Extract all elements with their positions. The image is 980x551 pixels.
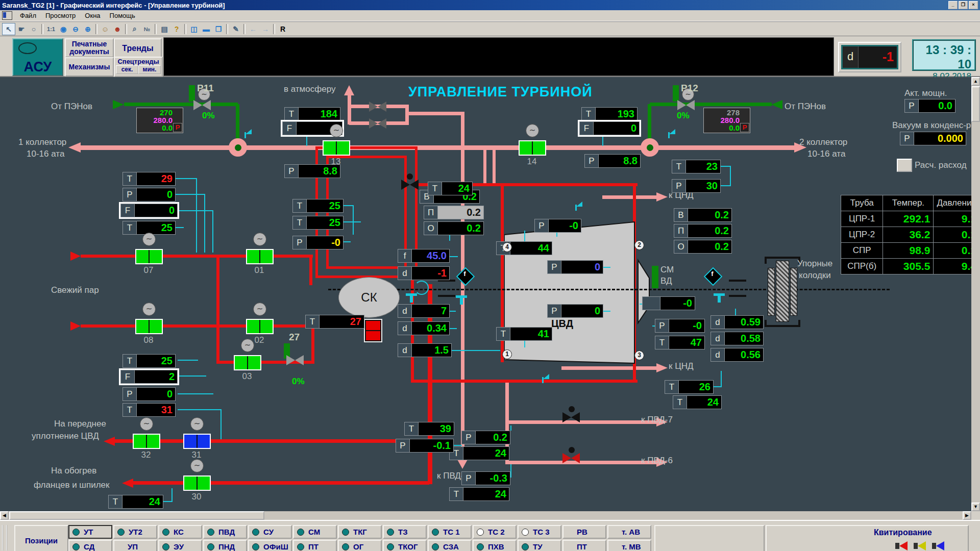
vertical-scrollbar[interactable]: ▲ ▼	[971, 77, 980, 511]
maximize-button[interactable]: ❐	[959, 1, 968, 9]
user-remove-icon[interactable]: ☻	[111, 23, 124, 35]
mechanisms-button[interactable]: Механизмы	[65, 57, 114, 77]
nav-button-СЗА[interactable]: СЗА	[428, 540, 472, 551]
nav-button-ТС 1[interactable]: ТС 1	[428, 525, 472, 539]
nav-button-СУ[interactable]: СУ	[248, 525, 292, 539]
valve-unit-14[interactable]: ∼14	[518, 124, 546, 171]
r-button[interactable]: R	[277, 23, 289, 35]
instrument-label: П	[674, 224, 688, 237]
nav-button-ТЗ[interactable]: ТЗ	[383, 525, 427, 539]
toolbar-grip[interactable]	[2, 525, 7, 550]
nav-button-ТС 2[interactable]: ТС 2	[473, 525, 517, 539]
nav-button-ТКГ[interactable]: ТКГ	[338, 525, 382, 539]
edit-icon[interactable]: ✎	[230, 23, 242, 35]
valve-bowtie-icon[interactable]	[193, 100, 211, 110]
user-icon[interactable]: ☺	[99, 23, 111, 35]
valve-bowtie-icon[interactable]	[562, 453, 580, 463]
stop-valve-sk[interactable]: СК	[338, 277, 400, 318]
nav-button-КС[interactable]: КС	[158, 525, 202, 539]
ack-blue-icon[interactable]	[932, 541, 945, 550]
spectrends-button[interactable]: Спецтренды сек.мин.	[114, 57, 163, 77]
valve-bowtie-icon[interactable]	[562, 412, 580, 422]
back-icon[interactable]: ←	[247, 23, 259, 35]
valve-unit-31[interactable]: ∼31	[182, 417, 211, 464]
pan-hand-icon[interactable]: ☛	[15, 23, 28, 35]
instrument-Т-25: Т25	[122, 354, 176, 368]
nav-button-УТ2[interactable]: УТ2	[113, 525, 157, 539]
valve-bowtie-icon[interactable]	[286, 355, 304, 365]
tile-horizontal-icon[interactable]: ▬	[200, 23, 212, 35]
nav-button-РВ[interactable]: РВ	[562, 525, 606, 539]
zoom-window-icon[interactable]: ◉	[57, 23, 69, 35]
valve-bowtie-icon[interactable]	[401, 180, 419, 190]
instrument-value: 25	[307, 199, 343, 212]
valve-unit-13[interactable]: ∼13	[322, 124, 350, 171]
positions-button[interactable]: Позиции	[14, 525, 68, 551]
instrument-value: 0.2	[688, 209, 731, 221]
valve-bowtie-icon[interactable]	[369, 118, 386, 129]
scroll-up-icon[interactable]: ▲	[971, 77, 980, 86]
nav-button-ПХВ[interactable]: ПХВ	[473, 540, 517, 551]
valve-unit-03[interactable]: ∼03	[233, 339, 261, 386]
asu-button[interactable]: АСУ	[12, 38, 63, 76]
nav-button-ПТ[interactable]: ПТ	[293, 540, 337, 551]
valve-unit-01[interactable]: ∼01	[245, 233, 274, 280]
scroll-left-icon[interactable]: ◀	[0, 511, 9, 520]
nav-button-т. МВ[interactable]: т. МВ	[607, 540, 651, 551]
page-number-icon[interactable]: №	[141, 23, 153, 35]
scroll-down-icon[interactable]: ▼	[971, 503, 980, 511]
menu-item-Окна[interactable]: Окна	[80, 11, 105, 20]
print-documents-button[interactable]: Печатные документы	[65, 38, 114, 58]
vertical-scroll-thumb[interactable]	[971, 86, 980, 122]
zoom-out-icon[interactable]: ⊖	[69, 23, 82, 35]
nav-button-ОГ[interactable]: ОГ	[338, 540, 382, 551]
horizontal-scroll-thumb[interactable]	[9, 511, 264, 520]
zoom-select-icon[interactable]: ○	[28, 23, 40, 35]
valve-unit-07[interactable]: ∼07	[134, 233, 163, 280]
find-binoculars-icon[interactable]: ⌕	[129, 23, 141, 35]
menu-item-Просмотр[interactable]: Просмотр	[41, 11, 80, 20]
nav-button-ТС 3[interactable]: ТС 3	[518, 525, 561, 539]
tile-vertical-icon[interactable]: ◫	[188, 23, 200, 35]
zoom-100-icon[interactable]: 1:1	[45, 23, 57, 35]
close-button[interactable]: ×	[969, 1, 978, 9]
nav-button-СД[interactable]: СД	[68, 540, 112, 551]
pipe-flange-heat	[133, 481, 429, 485]
horizontal-scrollbar[interactable]: ◀ ▶	[0, 511, 971, 520]
forward-icon[interactable]: →	[259, 23, 272, 35]
nav-button-УП[interactable]: УП	[113, 540, 157, 551]
nav-button-ТУ[interactable]: ТУ	[518, 540, 561, 551]
menu-item-Файл[interactable]: Файл	[15, 11, 41, 20]
nav-button-ПТ[interactable]: ПТ	[562, 540, 606, 551]
valve-bowtie-icon[interactable]	[677, 100, 695, 110]
nav-button-ЭУ[interactable]: ЭУ	[158, 540, 202, 551]
app-icon[interactable]	[2, 11, 12, 20]
valve-unit-08[interactable]: ∼08	[134, 303, 163, 349]
ack-red-icon[interactable]	[895, 541, 909, 550]
status-dot-icon	[432, 529, 439, 536]
spectrends-sec-button[interactable]: сек.	[116, 65, 138, 74]
signal-line	[524, 340, 525, 347]
nav-button-СМ[interactable]: СМ	[293, 525, 337, 539]
trends-button[interactable]: Тренды	[114, 38, 162, 58]
menu-item-Помощь[interactable]: Помощь	[105, 11, 140, 20]
nav-button-ПНД[interactable]: ПНД	[203, 540, 247, 551]
ack-yellow-icon[interactable]	[914, 541, 927, 550]
nav-button-т. АВ[interactable]: т. АВ	[607, 525, 651, 539]
valve-unit-32[interactable]: ∼32	[132, 417, 160, 464]
minimize-button[interactable]: _	[948, 1, 958, 9]
zoom-in-icon[interactable]: ⊕	[82, 23, 94, 35]
help-icon[interactable]: ?	[170, 23, 183, 35]
nav-button-ТКОГ[interactable]: ТКОГ	[383, 540, 427, 551]
nav-button-УТ[interactable]: УТ	[68, 525, 112, 539]
nav-button-ПВД[interactable]: ПВД	[203, 525, 247, 539]
valve-bowtie-icon[interactable]	[369, 102, 386, 112]
valve-unit-30[interactable]: ∼30	[182, 459, 211, 506]
nav-button-ОФиШ[interactable]: ОФиШ	[248, 540, 292, 551]
scroll-right-icon[interactable]: ▶	[963, 511, 971, 520]
select-cursor-icon[interactable]: ↖	[2, 23, 15, 35]
print-icon[interactable]: ▤	[158, 23, 170, 35]
cascade-icon[interactable]: ❐	[212, 23, 225, 35]
spectrends-min-button[interactable]: мин.	[138, 65, 161, 74]
calc-flow-checkbox[interactable]	[897, 159, 912, 172]
